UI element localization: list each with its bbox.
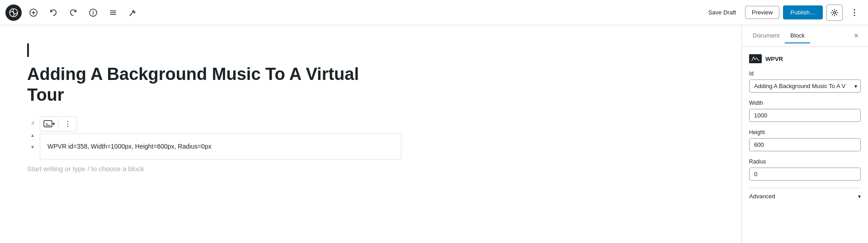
id-field-group: Id Adding A Background Music To A V ▾ bbox=[749, 70, 861, 93]
publish-button[interactable]: Publish… bbox=[783, 5, 823, 19]
height-label: Height bbox=[749, 129, 861, 136]
wpvr-icon bbox=[749, 54, 762, 63]
redo-button[interactable] bbox=[65, 5, 81, 21]
radius-input[interactable] bbox=[749, 168, 861, 181]
settings-button[interactable] bbox=[826, 5, 843, 21]
preview-button[interactable]: Preview bbox=[745, 6, 779, 19]
height-input[interactable] bbox=[749, 138, 861, 151]
svg-point-6 bbox=[93, 10, 94, 11]
more-options-button[interactable] bbox=[846, 5, 863, 21]
block-wrapper: ⠿ ▲ ▼ ▾ bbox=[27, 116, 714, 159]
radius-field-group: Radius bbox=[749, 159, 861, 181]
post-title[interactable]: Adding A Background Music To A Virtual T… bbox=[27, 64, 366, 105]
editor-placeholder[interactable]: Start writing or type / to choose a bloc… bbox=[27, 165, 714, 173]
sidebar-tabs: Document Block × bbox=[742, 25, 868, 47]
block-more-options-button[interactable]: ⋮ bbox=[61, 117, 74, 130]
block-toolbar: ▾ ⋮ bbox=[40, 116, 77, 131]
id-select-wrapper: Adding A Background Music To A V ▾ bbox=[749, 79, 861, 93]
block-side-controls: ⠿ ▲ ▼ bbox=[27, 116, 38, 152]
width-label: Width bbox=[749, 100, 861, 106]
wpvr-header: WPVR bbox=[749, 54, 861, 63]
block-type-button[interactable]: ▾ bbox=[43, 117, 56, 130]
svg-point-14 bbox=[854, 14, 855, 16]
block-content-area: ▾ ⋮ WPVR id=358, Width=1000px, Height=60… bbox=[40, 116, 714, 159]
advanced-chevron-icon: ▾ bbox=[858, 193, 861, 200]
svg-point-12 bbox=[854, 9, 855, 10]
advanced-label: Advanced bbox=[749, 193, 775, 200]
svg-line-10 bbox=[130, 14, 131, 16]
sidebar-close-button[interactable]: × bbox=[850, 30, 863, 42]
block-drag-handle[interactable]: ⠿ bbox=[27, 118, 38, 129]
height-field-group: Height bbox=[749, 129, 861, 151]
toolbar-right: Save Draft Preview Publish… bbox=[703, 5, 863, 21]
toolbar-left bbox=[5, 5, 703, 21]
undo-button[interactable] bbox=[45, 5, 61, 21]
wordpress-logo[interactable] bbox=[5, 5, 22, 21]
advanced-section[interactable]: Advanced ▾ bbox=[749, 188, 861, 204]
add-block-button[interactable] bbox=[25, 5, 42, 21]
radius-label: Radius bbox=[749, 159, 861, 165]
id-label: Id bbox=[749, 70, 861, 77]
wpvr-block[interactable]: WPVR id=358, Width=1000px, Height=600px,… bbox=[40, 133, 401, 159]
tab-document[interactable]: Document bbox=[747, 28, 785, 43]
block-toolbar-row: ▾ ⋮ bbox=[40, 116, 714, 133]
sidebar-content: WPVR Id Adding A Background Music To A V… bbox=[742, 47, 868, 243]
svg-point-13 bbox=[854, 12, 855, 13]
sidebar: Document Block × WPVR Id Add bbox=[741, 25, 868, 243]
post-info-button[interactable] bbox=[85, 5, 101, 21]
width-field-group: Width bbox=[749, 100, 861, 122]
svg-point-11 bbox=[834, 11, 836, 14]
title-bar-decoration bbox=[27, 43, 29, 57]
main-area: Adding A Background Music To A Virtual T… bbox=[0, 25, 868, 243]
save-draft-button[interactable]: Save Draft bbox=[703, 6, 741, 19]
id-select[interactable]: Adding A Background Music To A V bbox=[749, 79, 861, 93]
toolbar: Save Draft Preview Publish… bbox=[0, 0, 868, 25]
block-move-down[interactable]: ▼ bbox=[27, 141, 38, 152]
tab-block[interactable]: Block bbox=[785, 28, 810, 43]
wpvr-label: WPVR bbox=[765, 56, 783, 62]
block-move-up[interactable]: ▲ bbox=[27, 130, 38, 140]
tools-button[interactable] bbox=[125, 5, 141, 21]
list-view-button[interactable] bbox=[105, 5, 121, 21]
editor-area: Adding A Background Music To A Virtual T… bbox=[0, 25, 741, 243]
width-input[interactable] bbox=[749, 109, 861, 122]
